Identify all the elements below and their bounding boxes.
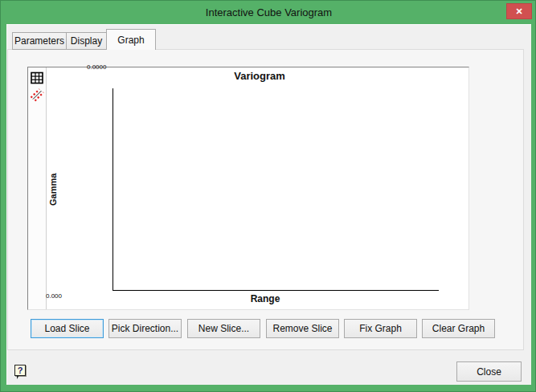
clear-graph-button[interactable]: Clear Graph <box>422 319 495 338</box>
new-slice-button[interactable]: New Slice... <box>187 319 260 338</box>
remove-slice-button[interactable]: Remove Slice <box>266 319 339 338</box>
graph-panel: Variogram Gamma Range 0.000 <box>27 67 469 310</box>
y-axis-line <box>113 88 113 291</box>
close-button[interactable]: Close <box>456 361 522 382</box>
hatch-view-tool-button[interactable] <box>30 88 44 102</box>
titlebar[interactable]: Interactive Cube Variogram ✕ <box>1 1 536 24</box>
tab-display-label: Display <box>71 35 102 47</box>
pick-direction-button[interactable]: Pick Direction... <box>108 319 182 338</box>
hatch-lines-icon <box>30 88 44 102</box>
fix-graph-button[interactable]: Fix Graph <box>344 319 417 338</box>
x-axis-label: Range <box>113 293 418 304</box>
tab-graph[interactable]: Graph <box>106 29 156 50</box>
help-icon: ? <box>18 365 23 375</box>
y-axis-max-tick-label: 0.0000 <box>87 63 106 71</box>
grid-icon <box>30 71 44 85</box>
x-axis-line <box>113 290 439 291</box>
tab-parameters[interactable]: Parameters <box>12 32 67 50</box>
tab-parameters-label: Parameters <box>14 35 64 47</box>
graph-mini-toolbar <box>28 67 47 309</box>
window-close-button[interactable]: ✕ <box>506 3 532 19</box>
window-title: Interactive Cube Variogram <box>1 1 536 24</box>
close-icon: ✕ <box>515 6 522 17</box>
tab-display[interactable]: Display <box>66 32 107 50</box>
grid-view-tool-button[interactable] <box>30 71 44 85</box>
help-button[interactable]: ? <box>14 365 26 376</box>
graph-title: Variogram <box>191 70 328 82</box>
dialog-window: Interactive Cube Variogram ✕ Parameters … <box>0 0 536 392</box>
y-axis-label: Gamma <box>48 162 60 217</box>
tab-graph-label: Graph <box>117 35 144 46</box>
y-axis-min-tick-label: 0.000 <box>46 292 62 300</box>
load-slice-button[interactable]: Load Slice <box>31 319 104 338</box>
